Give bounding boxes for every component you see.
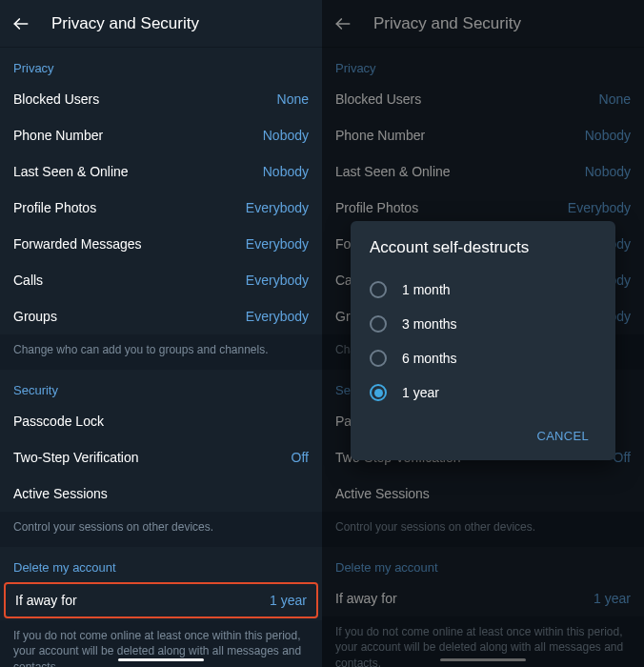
- row-label: Forwarded Messages: [13, 236, 142, 252]
- row-label: Passcode Lock: [13, 414, 104, 429]
- radio-icon: [370, 350, 387, 367]
- section-header-delete: Delete my account: [322, 547, 644, 580]
- radio-label: 6 months: [402, 351, 457, 366]
- row-label: Two-Step Verification: [13, 450, 139, 465]
- row-value: Everybody: [568, 200, 631, 215]
- row-active-sessions[interactable]: Active Sessions: [0, 475, 322, 512]
- row-label: Blocked Users: [335, 91, 421, 107]
- row-label: Last Seen & Online: [335, 164, 451, 179]
- row-label: Calls: [13, 273, 43, 288]
- row-value: 1 year: [270, 593, 307, 608]
- radio-option-1-month[interactable]: 1 month: [370, 273, 596, 307]
- row-calls[interactable]: CallsEverybody: [0, 262, 322, 298]
- row-label: If away for: [335, 591, 397, 606]
- row-last-seen[interactable]: Last Seen & OnlineNobody: [322, 153, 644, 190]
- back-arrow-icon[interactable]: [11, 14, 30, 33]
- section-header-privacy: Privacy: [322, 48, 644, 81]
- page-title: Privacy and Security: [51, 14, 199, 33]
- row-blocked-users[interactable]: Blocked UsersNone: [322, 81, 644, 117]
- row-phone-number[interactable]: Phone NumberNobody: [0, 117, 322, 153]
- content-left: Privacy and Security Privacy Blocked Use…: [0, 0, 322, 667]
- radio-label: 1 year: [402, 385, 439, 400]
- row-profile-photos[interactable]: Profile PhotosEverybody: [0, 190, 322, 226]
- row-value: Everybody: [246, 273, 309, 288]
- radio-label: 1 month: [402, 282, 451, 297]
- row-active-sessions[interactable]: Active Sessions: [322, 475, 644, 512]
- radio-icon-selected: [370, 384, 387, 401]
- section-header-security: Security: [0, 370, 322, 403]
- row-if-away-for[interactable]: If away for1 year: [322, 580, 644, 616]
- row-label: If away for: [15, 593, 77, 608]
- dialog-actions: CANCEL: [370, 421, 596, 451]
- row-label: Groups: [13, 309, 57, 324]
- row-last-seen[interactable]: Last Seen & OnlineNobody: [0, 153, 322, 190]
- radio-icon: [370, 315, 387, 333]
- caption-privacy: Change who can add you to groups and cha…: [0, 334, 322, 370]
- cancel-button[interactable]: CANCEL: [529, 421, 596, 451]
- row-label: Active Sessions: [13, 486, 108, 501]
- caption-security: Control your sessions on other devices.: [0, 512, 322, 547]
- row-value: None: [277, 91, 309, 107]
- row-value: Off: [292, 450, 309, 465]
- row-label: Last Seen & Online: [13, 164, 129, 179]
- radio-label: 3 months: [402, 316, 457, 332]
- page-title: Privacy and Security: [373, 14, 521, 33]
- caption-security: Control your sessions on other devices.: [322, 512, 644, 547]
- row-label: Phone Number: [13, 128, 103, 143]
- row-label: Profile Photos: [335, 200, 418, 215]
- nav-handle-icon[interactable]: [118, 658, 204, 661]
- row-value: Nobody: [585, 128, 631, 143]
- row-value: Nobody: [263, 164, 309, 179]
- section-header-privacy: Privacy: [0, 48, 322, 81]
- row-if-away-for[interactable]: If away for1 year: [4, 582, 318, 618]
- header: Privacy and Security: [322, 0, 644, 48]
- self-destruct-dialog: Account self-destructs 1 month 3 months …: [351, 221, 615, 460]
- radio-option-1-year[interactable]: 1 year: [370, 375, 596, 410]
- row-two-step[interactable]: Two-Step VerificationOff: [0, 439, 322, 475]
- radio-icon: [370, 281, 387, 298]
- row-blocked-users[interactable]: Blocked UsersNone: [0, 81, 322, 117]
- row-phone-number[interactable]: Phone NumberNobody: [322, 117, 644, 153]
- header: Privacy and Security: [0, 0, 322, 48]
- row-value: None: [599, 91, 631, 107]
- row-label: Profile Photos: [13, 200, 96, 215]
- row-value: Everybody: [246, 200, 309, 215]
- row-value: Everybody: [246, 236, 309, 252]
- nav-handle-icon[interactable]: [440, 658, 526, 661]
- section-header-delete: Delete my account: [0, 547, 322, 580]
- row-groups[interactable]: GroupsEverybody: [0, 298, 322, 334]
- screen-right: Privacy and Security Privacy Blocked Use…: [322, 0, 644, 667]
- back-arrow-icon[interactable]: [333, 14, 352, 33]
- screen-left: Privacy and Security Privacy Blocked Use…: [0, 0, 322, 667]
- radio-option-3-months[interactable]: 3 months: [370, 307, 596, 341]
- row-forwarded[interactable]: Forwarded MessagesEverybody: [0, 226, 322, 262]
- row-value: 1 year: [594, 591, 631, 606]
- row-value: Off: [614, 450, 631, 465]
- row-label: Phone Number: [335, 128, 425, 143]
- dialog-title: Account self-destructs: [370, 238, 596, 257]
- row-value: Everybody: [246, 309, 309, 324]
- row-value: Nobody: [263, 128, 309, 143]
- row-label: Blocked Users: [13, 91, 99, 107]
- row-label: Active Sessions: [335, 486, 430, 501]
- radio-option-6-months[interactable]: 6 months: [370, 341, 596, 375]
- row-passcode[interactable]: Passcode Lock: [0, 403, 322, 439]
- row-value: Nobody: [585, 164, 631, 179]
